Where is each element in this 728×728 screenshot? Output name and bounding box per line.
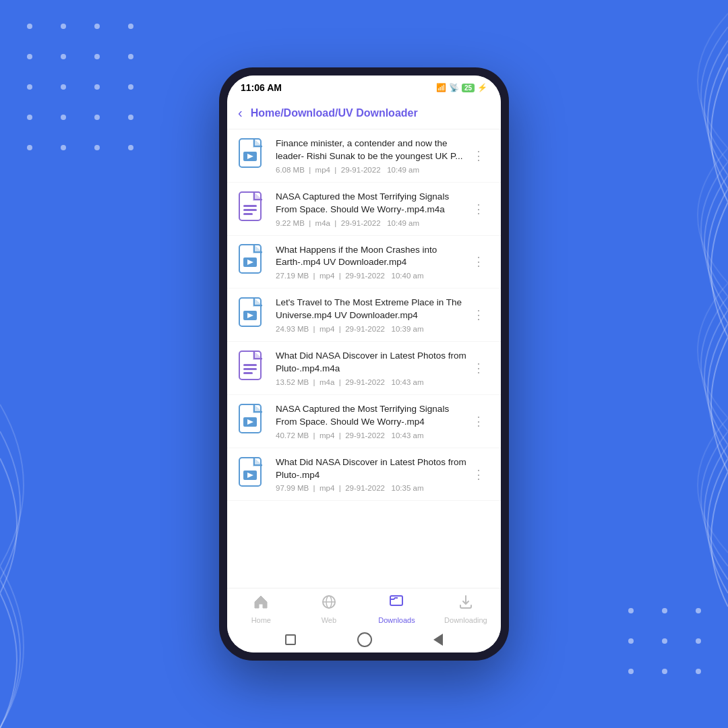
- file-meta: 40.72 MB | mp4 | 29-91-2022 10:43 am: [276, 431, 467, 439]
- file-meta: 6.08 MB | mp4 | 29-91-2022 10:49 am: [276, 166, 467, 174]
- wave-decoration-left: [0, 391, 135, 728]
- web-nav-icon: [321, 594, 337, 614]
- file-info: What Did NASA Discover in Latest Photos …: [276, 456, 467, 493]
- more-options-button[interactable]: ⋮: [467, 358, 490, 378]
- more-options-button[interactable]: ⋮: [467, 199, 490, 219]
- nav-item-web[interactable]: Web: [309, 594, 349, 624]
- file-name: NASA Captured the Most Terrifying Signal…: [276, 191, 467, 216]
- file-name: Finance minister, a contender and now th…: [276, 138, 467, 163]
- file-item[interactable]: What Happens if the Moon Crashes into Ea…: [227, 236, 501, 289]
- wifi-icon: 📡: [449, 83, 459, 92]
- wave-decoration-right: [593, 0, 728, 728]
- phone-shell: 11:06 AM 📶 📡 25 ⚡ ‹ Home/Download/UV Dow…: [219, 67, 509, 661]
- more-options-button[interactable]: ⋮: [467, 305, 490, 325]
- home-nav-icon: [253, 594, 269, 614]
- bottom-nav: Home Web Downloads Downloading: [227, 588, 501, 627]
- file-type-icon: [238, 404, 268, 439]
- file-type-icon: [238, 191, 268, 226]
- file-info: What Happens if the Moon Crashes into Ea…: [276, 244, 467, 280]
- file-name: NASA Captured the Most Terrifying Signal…: [276, 403, 467, 429]
- file-info: NASA Captured the Most Terrifying Signal…: [276, 191, 467, 227]
- downloads-nav-label: Downloads: [378, 616, 415, 624]
- web-nav-label: Web: [322, 616, 336, 624]
- status-time: 11:06 AM: [241, 82, 282, 93]
- downloads-nav-icon: [388, 594, 404, 614]
- file-info: What Did NASA Discover in Latest Photos …: [276, 350, 467, 386]
- nav-item-downloading[interactable]: Downloading: [444, 594, 487, 624]
- android-home-button[interactable]: [357, 632, 372, 647]
- file-name: Let's Travel to The Most Extreme Place i…: [276, 297, 467, 322]
- file-info: Let's Travel to The Most Extreme Place i…: [276, 297, 467, 333]
- header: ‹ Home/Download/UV Downloader: [227, 97, 501, 129]
- file-name: What Did NASA Discover in Latest Photos …: [276, 350, 467, 375]
- android-nav-bar: [227, 627, 501, 653]
- svg-rect-16: [243, 372, 253, 374]
- file-list: Finance minister, a contender and now th…: [227, 129, 501, 588]
- header-title: Home/Download/UV Downloader: [251, 107, 418, 119]
- file-meta: 27.19 MB | mp4 | 29-91-2022 10:40 am: [276, 272, 467, 280]
- file-info: NASA Captured the Most Terrifying Signal…: [276, 403, 467, 439]
- file-meta: 97.99 MB | mp4 | 29-91-2022 10:35 am: [276, 484, 467, 492]
- downloading-nav-icon: [458, 594, 474, 614]
- android-back-button[interactable]: [433, 634, 443, 646]
- file-meta: 9.22 MB | m4a | 29-91-2022 10:49 am: [276, 219, 467, 227]
- file-type-icon: [238, 138, 268, 173]
- charging-icon: ⚡: [477, 83, 487, 92]
- svg-rect-14: [243, 364, 257, 366]
- phone-screen: 11:06 AM 📶 📡 25 ⚡ ‹ Home/Download/UV Dow…: [227, 75, 501, 653]
- downloading-nav-label: Downloading: [444, 616, 487, 624]
- android-recents-button[interactable]: [285, 634, 296, 645]
- home-nav-label: Home: [251, 616, 271, 624]
- file-type-icon: [238, 351, 268, 386]
- file-meta: 13.52 MB | m4a | 29-91-2022 10:43 am: [276, 378, 467, 386]
- status-icons: 📶 📡 25 ⚡: [436, 83, 487, 92]
- more-options-button[interactable]: ⋮: [467, 146, 490, 166]
- file-meta: 24.93 MB | mp4 | 29-91-2022 10:39 am: [276, 325, 467, 333]
- svg-rect-15: [243, 368, 257, 370]
- status-bar: 11:06 AM 📶 📡 25 ⚡: [227, 75, 501, 97]
- nav-item-home[interactable]: Home: [241, 594, 281, 624]
- file-name: What Happens if the Moon Crashes into Ea…: [276, 244, 467, 270]
- file-info: Finance minister, a contender and now th…: [276, 138, 467, 174]
- file-item[interactable]: NASA Captured the Most Terrifying Signal…: [227, 395, 501, 448]
- file-item[interactable]: What Did NASA Discover in Latest Photos …: [227, 342, 501, 395]
- svg-rect-5: [243, 209, 257, 211]
- signal-icon: 📶: [436, 83, 446, 92]
- svg-rect-6: [243, 213, 253, 215]
- battery-icon: 25: [462, 84, 475, 92]
- more-options-button[interactable]: ⋮: [467, 464, 490, 485]
- more-options-button[interactable]: ⋮: [467, 251, 490, 272]
- more-options-button[interactable]: ⋮: [467, 411, 490, 431]
- file-item[interactable]: Finance minister, a contender and now th…: [227, 129, 501, 183]
- svg-rect-4: [243, 205, 257, 207]
- file-item[interactable]: What Did NASA Discover in Latest Photos …: [227, 448, 501, 502]
- nav-item-downloads[interactable]: Downloads: [376, 594, 417, 624]
- file-item[interactable]: NASA Captured the Most Terrifying Signal…: [227, 183, 501, 236]
- back-button[interactable]: ‹: [238, 105, 243, 121]
- file-item[interactable]: Let's Travel to The Most Extreme Place i…: [227, 289, 501, 342]
- file-type-icon: [238, 244, 268, 279]
- file-name: What Did NASA Discover in Latest Photos …: [276, 456, 467, 482]
- file-type-icon: [238, 297, 268, 332]
- file-type-icon: [238, 457, 268, 492]
